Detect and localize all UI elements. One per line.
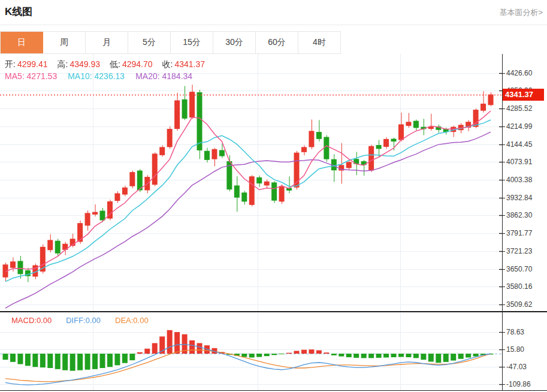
- last-price-tag: 4341.37: [503, 89, 544, 101]
- main-axis-tick: 4214.99: [506, 122, 532, 131]
- kline-chart: 开:4299.41 高:4349.93 低:4294.70 收:4341.37 …: [0, 54, 547, 392]
- main-axis-tick: 4073.91: [506, 157, 532, 167]
- main-axis-tick: 3650.70: [506, 264, 532, 274]
- main-axis-tick: 3791.77: [506, 228, 532, 238]
- price-axis-line: [502, 54, 503, 391]
- macd-chart-canvas[interactable]: [0, 313, 502, 391]
- main-axis-tick: 3721.23: [506, 246, 532, 256]
- widget-header: K线图 基本面分析>: [0, 0, 547, 25]
- tab-5min[interactable]: 5分: [128, 32, 171, 53]
- tab-60min[interactable]: 60分: [256, 32, 298, 53]
- main-axis-tick: 4144.45: [506, 140, 532, 149]
- main-axis-tick: 3932.84: [506, 193, 532, 203]
- tab-day[interactable]: 日: [1, 32, 43, 53]
- main-axis-tick: 4285.52: [506, 104, 532, 113]
- chart-bottom-border: [0, 390, 547, 391]
- main-axis-tick: 3509.62: [506, 300, 532, 309]
- macd-axis-tick: 78.63: [506, 327, 524, 337]
- macd-axis-tick: 15.80: [506, 345, 524, 354]
- panel-separator: [0, 311, 547, 312]
- macd-axis-tick: -47.03: [506, 362, 527, 372]
- page-title: K线图: [5, 5, 32, 19]
- tab-week[interactable]: 周: [43, 32, 86, 53]
- main-axis-tick: 4003.38: [506, 175, 532, 185]
- period-tabs: 日周月5分15分30分60分4时: [0, 31, 341, 54]
- main-axis-tick: 3580.16: [506, 282, 532, 291]
- main-axis-tick: 4426.60: [506, 68, 532, 78]
- main-axis-tick: 3862.30: [506, 210, 532, 220]
- tab-15min[interactable]: 15分: [171, 32, 213, 53]
- tab-month[interactable]: 月: [86, 32, 128, 53]
- macd-axis-tick: -109.86: [506, 379, 531, 389]
- tab-4hour[interactable]: 4时: [298, 32, 341, 53]
- tab-30min[interactable]: 30分: [213, 32, 256, 53]
- fundamental-analysis-link[interactable]: 基本面分析>: [499, 7, 543, 18]
- main-chart-canvas[interactable]: [0, 54, 502, 312]
